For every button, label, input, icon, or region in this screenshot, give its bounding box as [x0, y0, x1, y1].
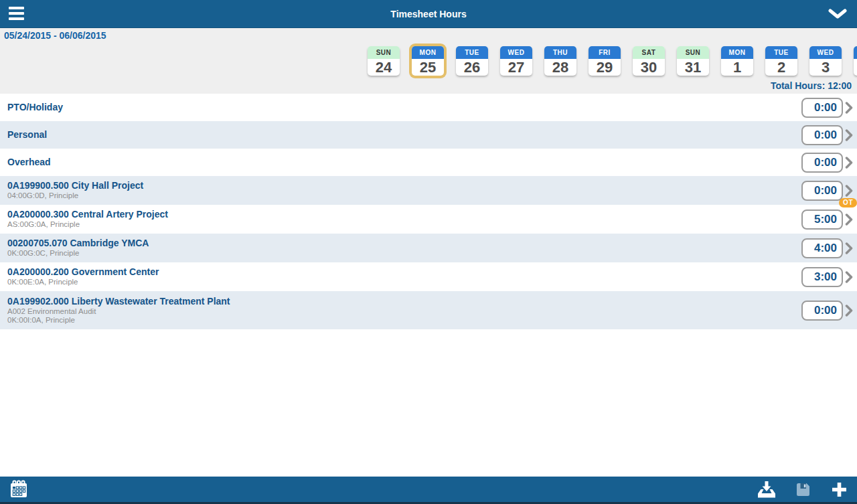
chevron-right-icon[interactable] [845, 101, 853, 114]
day-date: 3 [809, 59, 842, 76]
day-cell-fri-29[interactable]: FRI 29 [589, 46, 621, 76]
hours-value-box[interactable]: 3:00 [801, 267, 843, 287]
table-row-government-center[interactable]: 0A200000.200 Government Center 0K:00E:0A… [0, 262, 857, 291]
row-subtitle: AS:00G:0A, Principle [7, 220, 168, 230]
day-dow: SUN [677, 46, 709, 59]
day-dow: MON [721, 46, 753, 59]
top-app-bar: Timesheet Hours [0, 0, 857, 28]
row-text: 0A199900.500 City Hall Project 04:00G:0D… [7, 180, 143, 201]
chevron-right-icon[interactable] [845, 242, 853, 255]
row-controls: 3:00 [801, 267, 853, 287]
row-title: PTO/Holiday [7, 102, 63, 113]
add-icon[interactable] [829, 481, 849, 498]
hours-value-box[interactable]: 0:00 [801, 301, 843, 321]
day-date: 27 [500, 59, 532, 76]
row-title: 0A199902.000 Liberty Wastewater Treatmen… [7, 296, 230, 307]
day-cell-sun-24[interactable]: SUN 24 [368, 46, 400, 76]
day-cell-thu-28[interactable]: THU 28 [544, 46, 576, 76]
table-row-city-hall-project[interactable]: 0A199900.500 City Hall Project 04:00G:0D… [0, 176, 857, 205]
row-controls: OT 5:00 [801, 209, 853, 230]
row-subtitle: 0K:00E:0A, Principle [7, 278, 159, 287]
row-text: 0A200000.300 Central Artery Project AS:0… [7, 209, 168, 230]
row-controls: 0:00 [801, 301, 853, 321]
row-text: 00200705.070 Cambridge YMCA 0K:00G:0C, P… [7, 238, 149, 258]
row-title: Overhead [7, 157, 51, 168]
day-cell-mon-25-selected[interactable]: MON 25 [412, 46, 444, 76]
day-dow: FRI [589, 46, 621, 59]
chevron-right-icon[interactable] [845, 304, 853, 317]
row-title: 0A200000.200 Government Center [7, 266, 159, 278]
day-dow: SUN [368, 46, 400, 59]
table-row-liberty-wastewater[interactable]: 0A199902.000 Liberty Wastewater Treatmen… [0, 291, 857, 329]
day-cell-tue-26[interactable]: TUE 26 [456, 46, 488, 76]
day-date: 25 [412, 59, 444, 76]
row-title: 0A199900.500 City Hall Project [7, 180, 143, 191]
hours-value-box[interactable]: 5:00 [801, 209, 843, 230]
day-dow: THU [544, 46, 576, 59]
bottom-toolbar [0, 477, 857, 504]
hours-value-box[interactable]: 0:00 [801, 98, 843, 118]
day-date: 2 [765, 59, 797, 76]
row-controls: 0:00 [801, 98, 853, 118]
day-cell-mon-1[interactable]: MON 1 [721, 46, 753, 76]
row-controls: 0:00 [801, 153, 853, 173]
calendar-icon[interactable] [9, 480, 29, 499]
day-dow [854, 46, 857, 59]
day-date: 26 [456, 59, 488, 76]
day-cell-wed-27[interactable]: WED 27 [500, 46, 532, 76]
chevron-right-icon[interactable] [845, 213, 853, 226]
row-text: PTO/Holiday [7, 102, 63, 113]
row-title: 0A200000.300 Central Artery Project [7, 209, 168, 220]
chevron-right-icon[interactable] [845, 270, 853, 284]
row-subtitle: A002 Environmental Audit [7, 307, 230, 317]
row-subtitle: 0K:00G:0C, Principle [7, 249, 149, 258]
chevron-down-icon[interactable] [828, 9, 848, 22]
hours-value-box[interactable]: 4:00 [801, 238, 843, 258]
day-cell-wed-3[interactable]: WED 3 [809, 46, 842, 76]
total-hours-value: 12:00 [828, 80, 852, 91]
row-title: Personal [7, 129, 47, 141]
table-row-central-artery-project[interactable]: 0A200000.300 Central Artery Project AS:0… [0, 205, 857, 234]
day-dow: MON [412, 46, 444, 59]
day-cell-sun-31[interactable]: SUN 31 [677, 46, 709, 76]
total-hours-label: Total Hours: [771, 80, 825, 91]
timesheet-row-list: PTO/Holiday 0:00 Personal 0:00 Overhead … [0, 94, 857, 329]
day-date: 31 [677, 59, 709, 76]
table-row-overhead[interactable]: Overhead 0:00 [0, 149, 857, 176]
day-cell-tue-2[interactable]: TUE 2 [765, 46, 797, 76]
overtime-badge: OT [839, 198, 857, 207]
save-icon[interactable] [793, 482, 813, 497]
day-dow: WED [500, 46, 532, 59]
day-cell-partial[interactable] [854, 46, 857, 76]
total-hours: Total Hours: 12:00 [771, 80, 852, 91]
row-subtitle: 0K:00I:0A, Principle [7, 316, 230, 325]
day-date: 29 [589, 59, 621, 76]
day-date [854, 59, 857, 76]
hours-value-box[interactable]: 0:00 [801, 153, 843, 173]
day-dow: WED [809, 46, 842, 59]
page-title: Timesheet Hours [0, 9, 857, 19]
chevron-right-icon[interactable] [845, 129, 853, 142]
table-row-personal[interactable]: Personal 0:00 [0, 121, 857, 149]
day-date: 30 [633, 59, 665, 76]
download-icon[interactable] [757, 481, 777, 499]
day-date: 24 [368, 59, 400, 76]
period-section: 05/24/2015 - 06/06/2015 SUN 24 MON 25 TU… [0, 28, 857, 94]
day-dow: TUE [456, 46, 488, 59]
row-controls: 4:00 [801, 238, 853, 258]
day-cell-sat-30[interactable]: SAT 30 [633, 46, 665, 76]
row-text: Overhead [7, 157, 51, 168]
day-dow: SAT [633, 46, 665, 59]
table-row-cambridge-ymca[interactable]: 00200705.070 Cambridge YMCA 0K:00G:0C, P… [0, 234, 857, 262]
hours-value-box[interactable]: 0:00 [801, 125, 843, 145]
toolbar-actions [757, 477, 849, 502]
hours-value-box[interactable]: 0:00 [801, 181, 843, 201]
chevron-right-icon[interactable] [845, 156, 853, 169]
row-text: 0A200000.200 Government Center 0K:00E:0A… [7, 266, 159, 287]
day-picker: SUN 24 MON 25 TUE 26 WED 27 THU 28 FRI 2… [368, 46, 857, 76]
table-row-pto-holiday[interactable]: PTO/Holiday 0:00 [0, 94, 857, 121]
chevron-right-icon[interactable] [845, 184, 853, 197]
row-controls: 0:00 [801, 125, 853, 145]
row-text: Personal [7, 129, 47, 141]
row-text: 0A199902.000 Liberty Wastewater Treatmen… [7, 296, 230, 325]
